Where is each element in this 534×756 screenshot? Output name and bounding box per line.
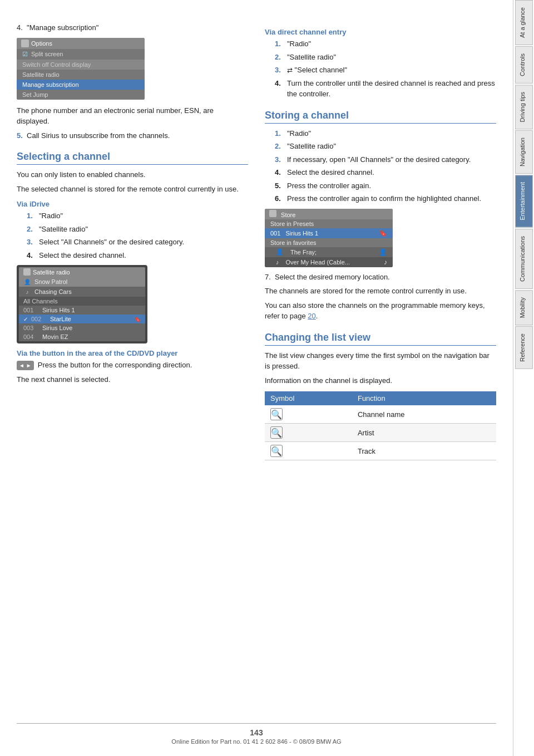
symbol-table: Symbol Function 🔍 Channel name	[265, 391, 496, 460]
store-row-fray: 👤 The Fray; 👤	[265, 247, 393, 257]
symbol-icon-3: 🔍	[270, 445, 283, 457]
selecting-title: Selecting a channel	[17, 151, 248, 165]
via-button-title: Via the button in the area of the CD/DVD…	[17, 349, 248, 357]
store-row-001: 001 Sirius Hits 1 🔖	[265, 228, 393, 238]
storing-step3: 3. If necessary, open "All Channels" or …	[275, 154, 496, 165]
music-icon: ♪	[23, 288, 31, 296]
sidebar-tab-entertainment[interactable]: Entertainment	[515, 175, 533, 227]
store-row-cable: ♪ Over My Head (Cable... ♪	[265, 257, 393, 267]
direct-step2: 2. "Satellite radio"	[275, 52, 496, 63]
person-icon: 👤	[23, 278, 31, 286]
sat-title-icon	[23, 268, 31, 276]
step4: 4. "Manage subscription"	[17, 22, 248, 33]
table-row: 🔍 Channel name	[265, 405, 496, 424]
changing-para2: Information on the channel is displayed.	[265, 375, 496, 386]
function-cell-2: Artist	[352, 424, 496, 442]
options-screenshot: Options ☑ Split screen Switch off Contro…	[17, 38, 145, 100]
step4-text: "Manage subscription"	[27, 23, 98, 32]
via-button-text: ◄ ► Press the button for the correspondi…	[17, 360, 248, 371]
direct-step4: 4. Turn the controller until the desired…	[275, 78, 496, 100]
idrive-step1: 1. "Radio"	[27, 210, 248, 222]
options-setjump-label: Set Jump	[22, 91, 48, 98]
page-number: 143	[17, 728, 496, 737]
options-satellite-label: Satellite radio	[22, 71, 60, 78]
changing-para: The list view changes every time the fir…	[265, 350, 496, 372]
footer-text: Online Edition for Part no. 01 41 2 602 …	[17, 738, 496, 745]
options-icon	[21, 40, 29, 47]
symbol-icon-2: 🔍	[270, 426, 283, 439]
table-row: 🔍 Artist	[265, 424, 496, 442]
bookmark-icon: 🔖	[379, 229, 387, 237]
store-para2: You can also store the channels on the p…	[265, 300, 496, 322]
symbol-icon-1: 🔍	[270, 408, 283, 420]
sat-row-chasing: ♪ Chasing Cars	[19, 287, 145, 297]
function-col-header: Function	[352, 391, 496, 405]
sidebar-tab-controls[interactable]: Controls	[515, 46, 533, 84]
idrive-steps-list: 1. "Radio" 2. "Satellite radio" 3. Selec…	[27, 210, 248, 261]
satellite-radio-screenshot: Satellite radio 👤 Snow Patrol ♪ Chasing …	[17, 265, 147, 343]
storing-step1: 1. "Radio"	[275, 128, 496, 139]
idrive-step3: 3. Select "All Channels" or the desired …	[27, 237, 248, 248]
store-screenshot: Store Store in Presets 001 Sirius Hits 1…	[265, 209, 393, 267]
music3-icon: ♪	[384, 258, 387, 266]
sat-row-allchannels: All Channels	[19, 297, 145, 306]
via-idrive-title: Via iDrive	[17, 200, 248, 208]
options-title-label: Options	[31, 40, 52, 47]
sat-row-004: 004 Movin EZ	[19, 332, 145, 341]
music2-icon: ♪	[276, 259, 279, 266]
changing-title: Changing the list view	[265, 332, 496, 346]
storing-step5: 5. Press the controller again.	[275, 180, 496, 192]
sat-row-snow: 👤 Snow Patrol	[19, 277, 145, 287]
via-direct-title: Via direct channel entry	[265, 28, 496, 36]
options-row-split: ☑ Split screen	[17, 49, 145, 60]
sidebar-tab-navigation[interactable]: Navigation	[515, 130, 533, 174]
store-para1: The channels are stored for the remote c…	[265, 286, 496, 297]
store-row-presets: Store in Presets	[265, 219, 393, 228]
via-button-text2: The next channel is selected.	[17, 374, 248, 385]
step5: 5. Call Sirius to unsubscribe from the c…	[17, 130, 248, 141]
sat-row-001: 001 Sirius Hits 1	[19, 306, 145, 315]
step5-text: Call Sirius to unsubscribe from the chan…	[27, 131, 170, 140]
sat-row-003: 003 Sirius Love	[19, 323, 145, 332]
options-row-satellite: Satellite radio	[17, 70, 145, 80]
storing-steps-list: 1. "Radio" 2. "Satellite radio" 3. If ne…	[275, 128, 496, 204]
page-footer: 143 Online Edition for Part no. 01 41 2 …	[17, 723, 496, 745]
function-cell-3: Track	[352, 442, 496, 460]
options-row-setjump: Set Jump	[17, 90, 145, 100]
symbol-table-header-row: Symbol Function	[265, 391, 496, 405]
direct-steps-list: 1. "Radio" 2. "Satellite radio" 3. ⇄ "Se…	[275, 38, 496, 100]
cd-btn-icon: ◄ ►	[17, 361, 34, 370]
direct-step1: 1. "Radio"	[275, 38, 496, 50]
function-cell-1: Channel name	[352, 405, 496, 424]
symbol-col-header: Symbol	[265, 391, 352, 405]
symbol-table-head: Symbol Function	[265, 391, 496, 405]
left-column: 4. "Manage subscription" Options ☑ Split…	[17, 22, 248, 712]
options-title-bar: Options	[17, 38, 145, 49]
sidebar-tab-mobility[interactable]: Mobility	[515, 290, 533, 325]
idrive-step2: 2. "Satellite radio"	[27, 224, 248, 235]
sat-screen-inner: Satellite radio 👤 Snow Patrol ♪ Chasing …	[19, 267, 145, 341]
store-title-label: Store	[281, 212, 295, 218]
para1: The phone number and an electronic seria…	[17, 105, 248, 127]
store-row-favorites: Store in favorites	[265, 238, 393, 247]
page-link[interactable]: 20	[308, 312, 315, 320]
sidebar-tab-driving-tips[interactable]: Driving tips	[515, 85, 533, 129]
storing-title: Storing a channel	[265, 110, 496, 124]
sidebar-tab-communications[interactable]: Communications	[515, 229, 533, 289]
symbol-cell-3: 🔍	[265, 442, 352, 460]
person3-icon: 👤	[379, 248, 387, 256]
symbol-table-body: 🔍 Channel name 🔍 Artist 🔍	[265, 405, 496, 460]
options-manage-label: Manage subscription	[22, 81, 79, 88]
table-row: 🔍 Track	[265, 442, 496, 460]
select-channel-icon: ⇄	[287, 66, 293, 74]
symbol-cell-2: 🔍	[265, 424, 352, 442]
step5-num: 5.	[17, 131, 23, 140]
sidebar-tab-reference[interactable]: Reference	[515, 326, 533, 369]
storing-step2: 2. "Satellite radio"	[275, 141, 496, 152]
sat-title-bar: Satellite radio	[19, 267, 145, 277]
checkmark-icon: ✓	[23, 316, 28, 322]
sidebar-tab-at-a-glance[interactable]: At a glance	[515, 0, 533, 45]
options-row-manage: Manage subscription	[17, 80, 145, 90]
options-split-label: Split screen	[31, 51, 63, 57]
right-column: Via direct channel entry 1. "Radio" 2. "…	[265, 22, 496, 712]
